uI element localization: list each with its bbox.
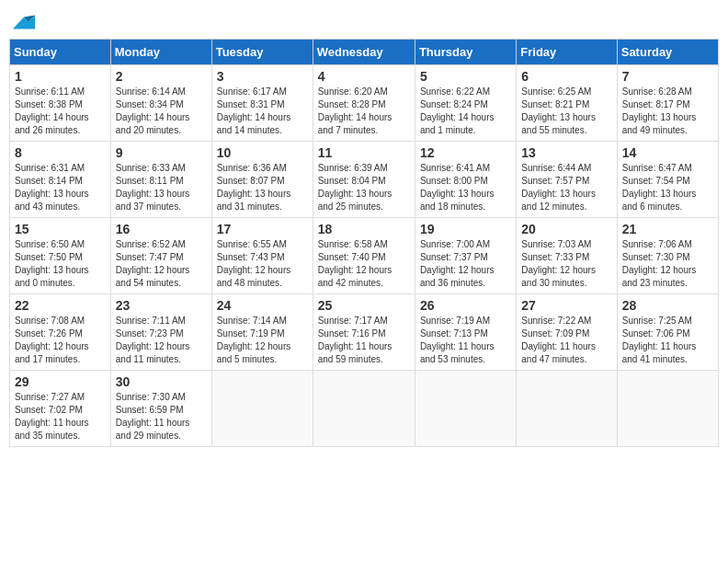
day-number: 12	[420, 145, 511, 160]
calendar-cell	[517, 371, 617, 447]
day-number: 13	[521, 145, 611, 160]
weekday-header-thursday: Thursday	[415, 40, 516, 65]
calendar-cell: 28Sunrise: 7:25 AM Sunset: 7:06 PM Dayli…	[617, 294, 718, 371]
calendar-cell: 7Sunrise: 6:28 AM Sunset: 8:17 PM Daylig…	[617, 65, 718, 142]
day-number: 7	[622, 69, 713, 84]
calendar-cell: 8Sunrise: 6:31 AM Sunset: 8:14 PM Daylig…	[10, 142, 111, 218]
calendar-cell: 26Sunrise: 7:19 AM Sunset: 7:13 PM Dayli…	[415, 294, 516, 371]
calendar-cell: 30Sunrise: 7:30 AM Sunset: 6:59 PM Dayli…	[110, 371, 211, 447]
calendar-row-3: 15Sunrise: 6:50 AM Sunset: 7:50 PM Dayli…	[10, 218, 719, 294]
calendar-row-2: 8Sunrise: 6:31 AM Sunset: 8:14 PM Daylig…	[10, 142, 719, 218]
day-number: 2	[116, 69, 207, 84]
calendar-cell: 1Sunrise: 6:11 AM Sunset: 8:38 PM Daylig…	[10, 65, 111, 142]
day-info: Sunrise: 6:14 AM Sunset: 8:34 PM Dayligh…	[116, 86, 207, 137]
day-info: Sunrise: 7:08 AM Sunset: 7:26 PM Dayligh…	[15, 315, 106, 366]
calendar-cell: 23Sunrise: 7:11 AM Sunset: 7:23 PM Dayli…	[110, 294, 211, 371]
calendar-cell	[415, 371, 516, 447]
day-info: Sunrise: 6:39 AM Sunset: 8:04 PM Dayligh…	[318, 162, 410, 213]
weekday-header-monday: Monday	[110, 40, 211, 65]
day-info: Sunrise: 7:22 AM Sunset: 7:09 PM Dayligh…	[521, 315, 611, 366]
day-info: Sunrise: 6:28 AM Sunset: 8:17 PM Dayligh…	[622, 86, 713, 137]
day-number: 18	[318, 222, 410, 236]
day-number: 5	[420, 69, 511, 84]
day-info: Sunrise: 6:36 AM Sunset: 8:07 PM Dayligh…	[217, 162, 308, 213]
calendar-cell: 25Sunrise: 7:17 AM Sunset: 7:16 PM Dayli…	[313, 294, 415, 371]
calendar-cell: 9Sunrise: 6:33 AM Sunset: 8:11 PM Daylig…	[110, 142, 211, 218]
calendar-cell: 2Sunrise: 6:14 AM Sunset: 8:34 PM Daylig…	[110, 65, 211, 142]
calendar-row-1: 1Sunrise: 6:11 AM Sunset: 8:38 PM Daylig…	[10, 65, 719, 142]
day-info: Sunrise: 6:17 AM Sunset: 8:31 PM Dayligh…	[217, 86, 308, 137]
day-info: Sunrise: 6:11 AM Sunset: 8:38 PM Dayligh…	[15, 86, 106, 137]
calendar-cell: 10Sunrise: 6:36 AM Sunset: 8:07 PM Dayli…	[211, 142, 313, 218]
weekday-header-wednesday: Wednesday	[313, 40, 415, 65]
day-number: 20	[521, 222, 611, 236]
page-header	[9, 9, 719, 35]
calendar-cell: 19Sunrise: 7:00 AM Sunset: 7:37 PM Dayli…	[415, 218, 516, 294]
weekday-header-sunday: Sunday	[10, 40, 111, 65]
calendar-cell: 5Sunrise: 6:22 AM Sunset: 8:24 PM Daylig…	[415, 65, 516, 142]
day-number: 10	[217, 145, 308, 160]
weekday-header-saturday: Saturday	[617, 40, 718, 65]
calendar-cell: 17Sunrise: 6:55 AM Sunset: 7:43 PM Dayli…	[211, 218, 313, 294]
day-info: Sunrise: 7:27 AM Sunset: 7:02 PM Dayligh…	[15, 391, 106, 442]
calendar-cell	[617, 371, 718, 447]
calendar-table: SundayMondayTuesdayWednesdayThursdayFrid…	[9, 39, 719, 447]
day-number: 22	[15, 298, 106, 313]
calendar-cell	[313, 371, 415, 447]
day-info: Sunrise: 6:20 AM Sunset: 8:28 PM Dayligh…	[318, 86, 410, 137]
calendar-row-4: 22Sunrise: 7:08 AM Sunset: 7:26 PM Dayli…	[10, 294, 719, 371]
calendar-cell: 14Sunrise: 6:47 AM Sunset: 7:54 PM Dayli…	[617, 142, 718, 218]
calendar-cell: 11Sunrise: 6:39 AM Sunset: 8:04 PM Dayli…	[313, 142, 415, 218]
day-number: 27	[521, 298, 611, 313]
day-info: Sunrise: 6:50 AM Sunset: 7:50 PM Dayligh…	[15, 238, 106, 290]
day-number: 6	[521, 69, 611, 84]
day-info: Sunrise: 6:31 AM Sunset: 8:14 PM Dayligh…	[15, 162, 106, 213]
day-number: 3	[217, 69, 308, 84]
day-info: Sunrise: 6:55 AM Sunset: 7:43 PM Dayligh…	[217, 238, 308, 290]
day-number: 4	[318, 69, 410, 84]
day-number: 26	[420, 298, 511, 313]
calendar-cell	[211, 371, 313, 447]
day-number: 8	[15, 145, 106, 160]
calendar-cell: 21Sunrise: 7:06 AM Sunset: 7:30 PM Dayli…	[617, 218, 718, 294]
day-info: Sunrise: 7:14 AM Sunset: 7:19 PM Dayligh…	[217, 315, 308, 366]
day-number: 23	[116, 298, 207, 313]
day-number: 21	[622, 222, 713, 236]
weekday-header-friday: Friday	[517, 40, 617, 65]
calendar-cell: 22Sunrise: 7:08 AM Sunset: 7:26 PM Dayli…	[10, 294, 111, 371]
calendar-cell: 20Sunrise: 7:03 AM Sunset: 7:33 PM Dayli…	[517, 218, 617, 294]
day-number: 9	[116, 145, 207, 160]
day-number: 25	[318, 298, 410, 313]
day-info: Sunrise: 7:11 AM Sunset: 7:23 PM Dayligh…	[116, 315, 207, 366]
calendar-cell: 16Sunrise: 6:52 AM Sunset: 7:47 PM Dayli…	[110, 218, 211, 294]
day-number: 17	[217, 222, 308, 236]
day-info: Sunrise: 7:03 AM Sunset: 7:33 PM Dayligh…	[521, 238, 611, 290]
day-info: Sunrise: 7:25 AM Sunset: 7:06 PM Dayligh…	[622, 315, 713, 366]
calendar-cell: 24Sunrise: 7:14 AM Sunset: 7:19 PM Dayli…	[211, 294, 313, 371]
day-info: Sunrise: 6:58 AM Sunset: 7:40 PM Dayligh…	[318, 238, 410, 290]
day-number: 30	[116, 374, 207, 389]
calendar-cell: 12Sunrise: 6:41 AM Sunset: 8:00 PM Dayli…	[415, 142, 516, 218]
day-info: Sunrise: 7:00 AM Sunset: 7:37 PM Dayligh…	[420, 238, 511, 290]
day-number: 29	[15, 374, 106, 389]
calendar-cell: 13Sunrise: 6:44 AM Sunset: 7:57 PM Dayli…	[517, 142, 617, 218]
calendar-cell: 18Sunrise: 6:58 AM Sunset: 7:40 PM Dayli…	[313, 218, 415, 294]
logo-bird-icon	[11, 9, 37, 35]
day-number: 14	[622, 145, 713, 160]
day-info: Sunrise: 6:25 AM Sunset: 8:21 PM Dayligh…	[521, 86, 611, 137]
weekday-header-tuesday: Tuesday	[211, 40, 313, 65]
calendar-cell: 3Sunrise: 6:17 AM Sunset: 8:31 PM Daylig…	[211, 65, 313, 142]
calendar-row-5: 29Sunrise: 7:27 AM Sunset: 7:02 PM Dayli…	[10, 371, 719, 447]
calendar-cell: 27Sunrise: 7:22 AM Sunset: 7:09 PM Dayli…	[517, 294, 617, 371]
day-info: Sunrise: 7:19 AM Sunset: 7:13 PM Dayligh…	[420, 315, 511, 366]
day-number: 24	[217, 298, 308, 313]
calendar-header-row: SundayMondayTuesdayWednesdayThursdayFrid…	[10, 40, 719, 65]
day-info: Sunrise: 6:41 AM Sunset: 8:00 PM Dayligh…	[420, 162, 511, 213]
day-number: 1	[15, 69, 106, 84]
calendar-cell: 15Sunrise: 6:50 AM Sunset: 7:50 PM Dayli…	[10, 218, 111, 294]
logo	[9, 9, 33, 35]
calendar-cell: 6Sunrise: 6:25 AM Sunset: 8:21 PM Daylig…	[517, 65, 617, 142]
day-info: Sunrise: 6:33 AM Sunset: 8:11 PM Dayligh…	[116, 162, 207, 213]
day-info: Sunrise: 6:47 AM Sunset: 7:54 PM Dayligh…	[622, 162, 713, 213]
day-info: Sunrise: 7:30 AM Sunset: 6:59 PM Dayligh…	[116, 391, 207, 442]
